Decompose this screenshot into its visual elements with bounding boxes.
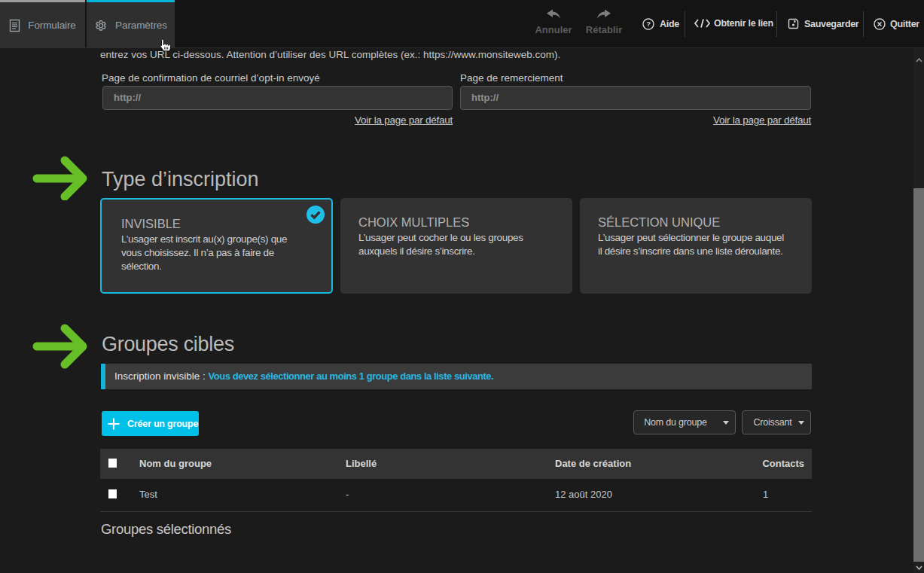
svg-text:?: ?: [646, 20, 651, 28]
